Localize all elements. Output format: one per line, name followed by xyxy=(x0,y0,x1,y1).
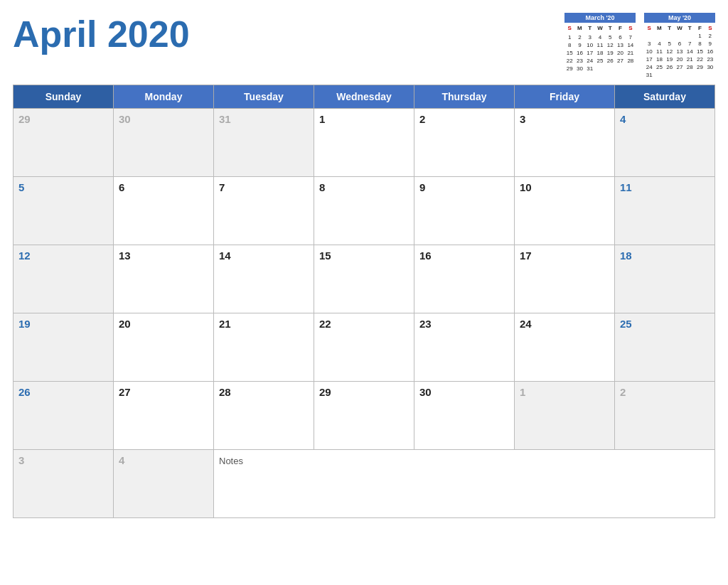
day-number: 21 xyxy=(219,318,231,330)
day-number: 3 xyxy=(18,454,24,466)
calendar-day[interactable]: 2 xyxy=(414,109,515,177)
calendar-day: 3 xyxy=(14,450,114,518)
calendar-day[interactable]: 1 xyxy=(314,109,414,177)
calendar-day[interactable]: 2 xyxy=(615,382,715,450)
day-number: 19 xyxy=(18,318,31,330)
notes-row: 34Notes xyxy=(14,450,715,518)
calendar-day[interactable]: 6 xyxy=(114,177,214,245)
calendar-day[interactable]: 16 xyxy=(414,245,515,313)
calendar-day[interactable]: 29 xyxy=(14,109,114,177)
day-number: 10 xyxy=(520,181,532,193)
calendar-day[interactable]: 25 xyxy=(615,313,715,382)
weekday-header-tuesday: Tuesday xyxy=(214,85,314,109)
calendar-day[interactable]: 14 xyxy=(214,245,314,313)
day-number: 30 xyxy=(419,386,432,398)
calendar-day[interactable]: 21 xyxy=(214,313,314,382)
weekday-header-friday: Friday xyxy=(515,85,615,109)
calendar-week-3: 12131415161718 xyxy=(14,245,715,313)
day-number: 20 xyxy=(119,318,131,330)
day-number: 13 xyxy=(119,249,131,262)
day-number: 24 xyxy=(520,318,532,330)
day-number: 12 xyxy=(18,249,31,262)
notes-cell[interactable]: Notes xyxy=(214,450,715,518)
calendar-day[interactable]: 19 xyxy=(14,313,114,382)
day-number: 29 xyxy=(319,386,331,398)
day-number: 1 xyxy=(319,113,325,125)
calendar-week-4: 19202122232425 xyxy=(14,313,715,382)
weekday-header-sunday: Sunday xyxy=(14,85,114,109)
day-number: 7 xyxy=(219,181,225,193)
top-area: April 2020 March '20 SMTWTFS 12345678910… xyxy=(13,13,715,79)
calendar-day[interactable]: 4 xyxy=(615,109,715,177)
mini-calendars: March '20 SMTWTFS 1234567891011121314151… xyxy=(564,13,715,79)
day-number: 25 xyxy=(620,318,632,330)
calendar-day[interactable]: 12 xyxy=(14,245,114,313)
calendar-day[interactable]: 11 xyxy=(615,177,715,245)
calendar-day[interactable]: 20 xyxy=(114,313,214,382)
calendar-week-2: 567891011 xyxy=(14,177,715,245)
calendar-day[interactable]: 1 xyxy=(515,382,615,450)
day-number: 14 xyxy=(219,249,231,262)
calendar-day[interactable]: 29 xyxy=(314,382,414,450)
calendar-day: 4 xyxy=(114,450,214,518)
calendar-table: SundayMondayTuesdayWednesdayThursdayFrid… xyxy=(13,85,715,518)
calendar-week-5: 262728293012 xyxy=(14,382,715,450)
day-number: 22 xyxy=(319,318,331,330)
day-number: 5 xyxy=(18,181,24,193)
calendar-day[interactable]: 18 xyxy=(615,245,715,313)
day-number: 17 xyxy=(520,249,532,262)
weekday-header-wednesday: Wednesday xyxy=(314,85,414,109)
day-number: 2 xyxy=(419,113,425,125)
day-number: 1 xyxy=(520,386,525,398)
calendar-day[interactable]: 13 xyxy=(114,245,214,313)
mini-cal-march-header: March '20 xyxy=(564,13,636,23)
day-number: 16 xyxy=(419,249,432,262)
day-number: 27 xyxy=(119,386,131,398)
page-title: April 2020 xyxy=(13,13,190,53)
calendar-week-1: 2930311234 xyxy=(14,109,715,177)
weekday-header-monday: Monday xyxy=(114,85,214,109)
day-number: 15 xyxy=(319,249,331,262)
day-number: 9 xyxy=(419,181,425,193)
day-number: 2 xyxy=(620,386,626,398)
calendar-day[interactable]: 5 xyxy=(14,177,114,245)
day-number: 23 xyxy=(419,318,432,330)
day-number: 3 xyxy=(520,113,525,125)
calendar-day[interactable]: 28 xyxy=(214,382,314,450)
calendar-day[interactable]: 15 xyxy=(314,245,414,313)
calendar-day[interactable]: 23 xyxy=(414,313,515,382)
calendar-day[interactable]: 8 xyxy=(314,177,414,245)
day-number: 29 xyxy=(18,113,31,125)
calendar-day[interactable]: 27 xyxy=(114,382,214,450)
calendar-day[interactable]: 3 xyxy=(515,109,615,177)
calendar-day[interactable]: 24 xyxy=(515,313,615,382)
weekday-header-thursday: Thursday xyxy=(414,85,515,109)
calendar-day[interactable]: 9 xyxy=(414,177,515,245)
calendar-day[interactable]: 10 xyxy=(515,177,615,245)
mini-cal-may-header: May '20 xyxy=(644,13,715,23)
calendar-day[interactable]: 30 xyxy=(414,382,515,450)
day-number: 4 xyxy=(620,113,626,125)
weekday-header-saturday: Saturday xyxy=(615,85,715,109)
calendar-day[interactable]: 7 xyxy=(214,177,314,245)
calendar-day[interactable]: 22 xyxy=(314,313,414,382)
day-number: 11 xyxy=(620,181,632,193)
calendar-day[interactable]: 30 xyxy=(114,109,214,177)
calendar-day[interactable]: 17 xyxy=(515,245,615,313)
notes-label: Notes xyxy=(219,456,243,466)
day-number: 31 xyxy=(219,113,231,125)
mini-cal-may: May '20 SMTWTFS 123456789101112131415161… xyxy=(644,13,715,79)
calendar-day[interactable]: 26 xyxy=(14,382,114,450)
day-number: 18 xyxy=(620,249,632,262)
day-number: 6 xyxy=(119,181,124,193)
day-number: 28 xyxy=(219,386,231,398)
day-number: 4 xyxy=(119,454,124,466)
day-number: 26 xyxy=(18,386,31,398)
mini-cal-march: March '20 SMTWTFS 1234567891011121314151… xyxy=(564,13,636,79)
day-number: 30 xyxy=(119,113,131,125)
day-number: 8 xyxy=(319,181,325,193)
calendar-day[interactable]: 31 xyxy=(214,109,314,177)
